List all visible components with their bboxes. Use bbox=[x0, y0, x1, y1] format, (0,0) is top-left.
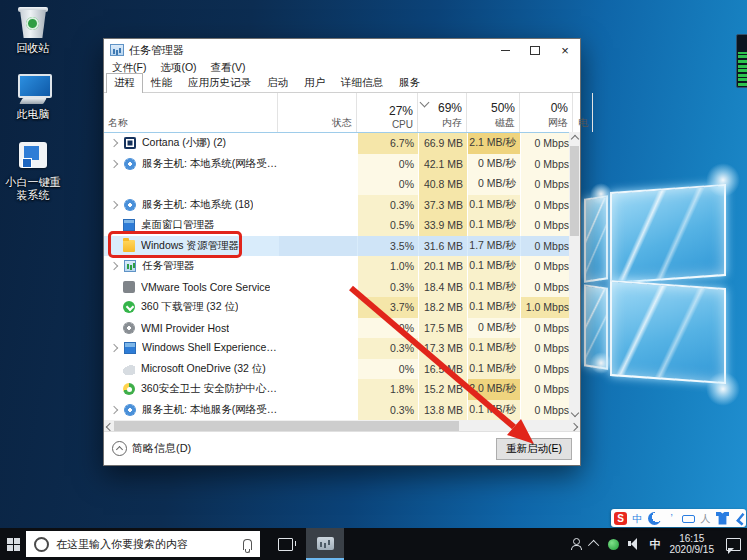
table-row[interactable]: 任务管理器1.0%20.1 MB0.1 MB/秒0 Mbps bbox=[104, 256, 580, 277]
speed-gauge-widget[interactable] bbox=[736, 34, 747, 88]
vertical-scrollbar[interactable] bbox=[569, 132, 580, 420]
disk-cell: 2.1 MB/秒 bbox=[468, 133, 520, 154]
punctuation-icon[interactable]: ’ bbox=[665, 512, 678, 525]
table-row[interactable]: VMware Tools Core Service0.3%18.4 MB0.1 … bbox=[104, 277, 580, 298]
table-row[interactable]: 服务主机: 本地系统 (18)0.3%37.3 MB0.1 MB/秒0 Mbps bbox=[104, 195, 580, 216]
table-row[interactable]: Windows 资源管理器3.5%31.6 MB1.7 MB/秒0 Mbps bbox=[104, 236, 580, 257]
table-row[interactable]: 桌面窗口管理器0.5%33.9 MB0.1 MB/秒0 Mbps bbox=[104, 215, 580, 236]
task-manager-taskbar-icon bbox=[317, 537, 334, 550]
clock[interactable]: 16:15 2020/9/15 bbox=[670, 533, 715, 555]
process-name-cell: Windows Shell Experience 主... bbox=[104, 338, 278, 359]
sogou-logo-icon[interactable]: S bbox=[614, 512, 627, 525]
this-pc-icon bbox=[15, 72, 51, 106]
table-row[interactable]: WMI Provider Host0%17.5 MB0 MB/秒0 Mbps bbox=[104, 318, 580, 339]
taskbar-task-manager-button[interactable] bbox=[306, 528, 344, 560]
task-view-button[interactable] bbox=[268, 528, 302, 560]
expand-chevron-icon[interactable] bbox=[110, 406, 118, 414]
desktop-icon-this-pc[interactable]: 此电脑 bbox=[0, 72, 66, 121]
360-tray-icon[interactable] bbox=[608, 539, 619, 550]
desktop-icon-xiaobai[interactable]: 小白一键重装系统 bbox=[0, 140, 66, 202]
account-icon[interactable]: 人 bbox=[699, 512, 712, 525]
lang-mode-icon[interactable]: 中 bbox=[631, 512, 644, 525]
table-row[interactable]: 0%40.8 MB0 MB/秒0 Mbps bbox=[104, 174, 580, 195]
column-label: 电 bbox=[578, 115, 588, 130]
expand-chevron-icon bbox=[110, 324, 117, 331]
status-cell bbox=[279, 400, 357, 421]
process-name-cell: Windows 资源管理器 bbox=[104, 236, 278, 257]
scroll-right-icon[interactable] bbox=[570, 422, 578, 430]
wallpaper-pane bbox=[610, 184, 726, 284]
expand-chevron-icon bbox=[110, 365, 117, 372]
language-indicator[interactable]: 中 bbox=[650, 537, 661, 552]
restart-button[interactable]: 重新启动(E) bbox=[496, 438, 572, 460]
expand-chevron-icon[interactable] bbox=[110, 262, 118, 270]
gears-gray-icon bbox=[123, 322, 135, 334]
table-row[interactable]: 服务主机: 本地服务(网络受限) (5)0.3%13.8 MB0.1 MB/秒0… bbox=[104, 400, 580, 421]
mem-cell: 66.9 MB bbox=[419, 133, 467, 154]
tray-chevron-up-icon[interactable] bbox=[587, 540, 598, 551]
tab-详细信息[interactable]: 详细信息 bbox=[333, 73, 391, 92]
table-row[interactable]: Cortana (小娜) (2)6.7%66.9 MB2.1 MB/秒0 Mbp… bbox=[104, 133, 580, 154]
tab-进程[interactable]: 进程 bbox=[106, 73, 143, 93]
column-header-内存[interactable]: 69%内存 bbox=[419, 93, 467, 132]
process-name-cell: 服务主机: 本地系统(网络受限) (7) bbox=[104, 154, 278, 175]
column-header-网络[interactable]: 0%网络 bbox=[521, 93, 573, 132]
scroll-down-icon[interactable] bbox=[570, 409, 578, 417]
close-button[interactable]: × bbox=[550, 39, 580, 61]
desktop-icon-label: 回收站 bbox=[0, 42, 66, 55]
expand-chevron-icon[interactable] bbox=[110, 160, 118, 168]
skin-icon[interactable] bbox=[716, 512, 729, 525]
scroll-left-icon[interactable] bbox=[106, 422, 114, 430]
column-header-磁盘[interactable]: 50%磁盘 bbox=[468, 93, 520, 132]
scroll-up-icon[interactable] bbox=[570, 135, 578, 143]
tab-启动[interactable]: 启动 bbox=[259, 73, 296, 92]
process-name: Cortana (小娜) (2) bbox=[142, 136, 226, 150]
process-name-cell: 桌面窗口管理器 bbox=[104, 215, 278, 236]
net-cell: 0 Mbps bbox=[521, 256, 573, 277]
status-cell bbox=[279, 133, 357, 154]
tab-服务[interactable]: 服务 bbox=[391, 73, 428, 92]
scrollbar-thumb[interactable] bbox=[570, 146, 579, 236]
table-row[interactable]: 360安全卫士 安全防护中心模块...1.8%15.2 MB2.0 MB/秒0 … bbox=[104, 379, 580, 400]
disk-cell: 1.7 MB/秒 bbox=[468, 236, 520, 257]
title-bar[interactable]: 任务管理器 × bbox=[104, 39, 580, 61]
column-header-CPU[interactable]: 27%CPU bbox=[358, 93, 418, 132]
table-row[interactable]: 360 下载管理 (32 位)3.7%18.2 MB0.1 MB/秒1.0 Mb… bbox=[104, 297, 580, 318]
column-header-状态[interactable]: 状态 bbox=[279, 93, 357, 132]
cpu-cell: 0.3% bbox=[358, 195, 418, 216]
table-row[interactable]: 服务主机: 本地系统(网络受限) (7)0%42.1 MB0 MB/秒0 Mbp… bbox=[104, 154, 580, 175]
minimize-button[interactable] bbox=[490, 39, 520, 61]
vm-icon bbox=[123, 281, 135, 293]
expand-chevron-icon[interactable] bbox=[110, 201, 118, 209]
action-center-icon[interactable] bbox=[726, 538, 741, 551]
column-total: 0% bbox=[525, 101, 568, 115]
clock-time: 16:15 bbox=[670, 533, 715, 544]
microphone-icon[interactable] bbox=[243, 539, 252, 550]
people-icon[interactable] bbox=[570, 538, 582, 550]
desktop-icon-recycle-bin[interactable]: 回收站 bbox=[0, 6, 66, 55]
column-header-名称[interactable]: 名称 bbox=[104, 93, 278, 132]
search-input[interactable]: 在这里输入你要搜索的内容 bbox=[26, 531, 260, 557]
net-cell: 0 Mbps bbox=[521, 318, 573, 339]
tab-性能[interactable]: 性能 bbox=[143, 73, 180, 92]
table-row[interactable]: Microsoft OneDrive (32 位)0%16.5 MB0.1 MB… bbox=[104, 359, 580, 380]
tab-应用历史记录[interactable]: 应用历史记录 bbox=[180, 73, 259, 92]
tab-bar: 进程性能应用历史记录启动用户详细信息服务 bbox=[104, 75, 580, 93]
window-icon bbox=[123, 219, 135, 231]
expand-chevron-icon[interactable] bbox=[110, 344, 118, 352]
cpu-cell: 0% bbox=[358, 359, 418, 380]
table-row[interactable]: Windows Shell Experience 主...0.3%17.3 MB… bbox=[104, 338, 580, 359]
maximize-button[interactable] bbox=[520, 39, 550, 61]
cpu-cell: 0.3% bbox=[358, 338, 418, 359]
expand-chevron-icon[interactable] bbox=[110, 139, 118, 147]
volume-icon[interactable] bbox=[628, 538, 641, 550]
toolbox-icon[interactable] bbox=[730, 509, 747, 527]
column-header-电[interactable]: 电 bbox=[574, 93, 593, 132]
night-mode-icon[interactable] bbox=[648, 512, 661, 525]
soft-keyboard-icon[interactable] bbox=[682, 515, 695, 523]
fewer-details-toggle[interactable]: 简略信息(D) bbox=[112, 441, 191, 456]
mem-cell: 17.5 MB bbox=[419, 318, 467, 339]
tab-用户[interactable]: 用户 bbox=[296, 73, 333, 92]
start-button[interactable] bbox=[0, 528, 26, 560]
scrollbar-thumb[interactable] bbox=[114, 421, 459, 431]
